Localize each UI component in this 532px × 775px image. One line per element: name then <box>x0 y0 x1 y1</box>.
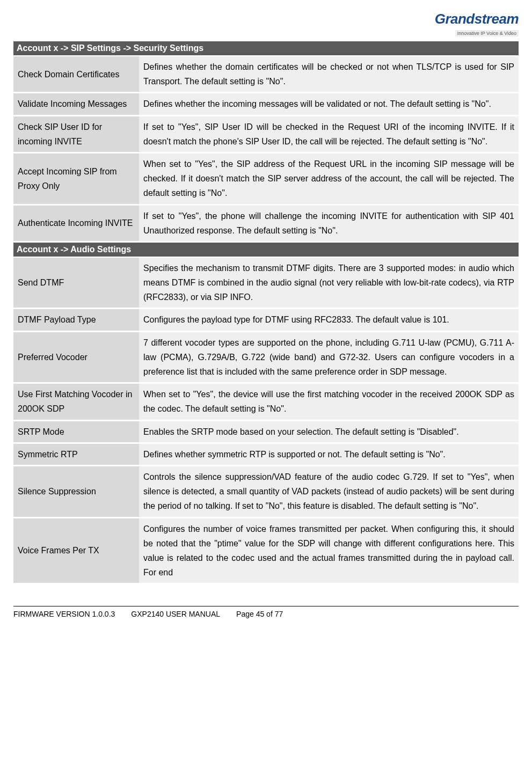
table-row: Send DTMFSpecifies the mechanism to tran… <box>13 258 519 309</box>
footer-manual: GXP2140 USER MANUAL <box>131 610 220 618</box>
table-row: Symmetric RTPDefines whether symmetric R… <box>13 443 519 465</box>
setting-label: Silence Suppression <box>13 465 139 517</box>
setting-label: Send DTMF <box>13 258 139 309</box>
setting-label: Symmetric RTP <box>13 443 139 465</box>
setting-label: DTMF Payload Type <box>13 309 139 331</box>
logo-block: Grandstream Innovative IP Voice & Video <box>13 11 519 37</box>
table-row: Validate Incoming MessagesDefines whethe… <box>13 93 519 115</box>
setting-label: Validate Incoming Messages <box>13 93 139 115</box>
setting-description: Defines whether the incoming messages wi… <box>139 93 519 115</box>
setting-description: If set to "Yes", the phone will challeng… <box>139 204 519 242</box>
setting-description: When set to "Yes", the device will use t… <box>139 383 519 420</box>
table-row: Accept Incoming SIP from Proxy OnlyWhen … <box>13 152 519 204</box>
setting-description: Configures the payload type for DTMF usi… <box>139 309 519 331</box>
table-row: SRTP ModeEnables the SRTP mode based on … <box>13 420 519 443</box>
setting-label: Check Domain Certificates <box>13 56 139 93</box>
table-row: Silence SuppressionControls the silence … <box>13 465 519 517</box>
setting-label: Accept Incoming SIP from Proxy Only <box>13 152 139 204</box>
table-row: Check Domain CertificatesDefines whether… <box>13 56 519 93</box>
setting-description: Configures the number of voice frames tr… <box>139 517 519 584</box>
setting-label: Voice Frames Per TX <box>13 517 139 584</box>
setting-label: Check SIP User ID for incoming INVITE <box>13 115 139 152</box>
setting-description: When set to "Yes", the SIP address of th… <box>139 152 519 204</box>
table-row: DTMF Payload TypeConfigures the payload … <box>13 309 519 331</box>
setting-label: Preferred Vocoder <box>13 331 139 383</box>
table-row: Voice Frames Per TXConfigures the number… <box>13 517 519 584</box>
settings-table: Send DTMFSpecifies the mechanism to tran… <box>13 258 519 584</box>
table-row: Authenticate Incoming INVITEIf set to "Y… <box>13 204 519 242</box>
setting-description: Enables the SRTP mode based on your sele… <box>139 420 519 443</box>
table-row: Use First Matching Vocoder in 200OK SDPW… <box>13 383 519 420</box>
setting-description: 7 different vocoder types are supported … <box>139 331 519 383</box>
setting-description: Controls the silence suppression/VAD fea… <box>139 465 519 517</box>
brand-logo: Grandstream Innovative IP Voice & Video <box>435 11 519 37</box>
table-row: Check SIP User ID for incoming INVITEIf … <box>13 115 519 152</box>
table-row: Preferred Vocoder7 different vocoder typ… <box>13 331 519 383</box>
setting-label: SRTP Mode <box>13 420 139 443</box>
page-footer: FIRMWARE VERSION 1.0.0.3 GXP2140 USER MA… <box>13 606 519 618</box>
setting-description: Defines whether symmetric RTP is support… <box>139 443 519 465</box>
setting-label: Authenticate Incoming INVITE <box>13 204 139 242</box>
brand-tagline: Innovative IP Voice & Video <box>455 30 519 36</box>
section-header: Account x -> SIP Settings -> Security Se… <box>13 41 519 56</box>
setting-label: Use First Matching Vocoder in 200OK SDP <box>13 383 139 420</box>
brand-name: Grandstream <box>435 11 519 27</box>
setting-description: If set to "Yes", SIP User ID will be che… <box>139 115 519 152</box>
section-header: Account x -> Audio Settings <box>13 243 519 258</box>
setting-description: Specifies the mechanism to transmit DTMF… <box>139 258 519 309</box>
setting-description: Defines whether the domain certificates … <box>139 56 519 93</box>
footer-page: Page 45 of 77 <box>236 610 283 618</box>
settings-table: Check Domain CertificatesDefines whether… <box>13 56 519 243</box>
footer-version: FIRMWARE VERSION 1.0.0.3 <box>13 610 115 618</box>
